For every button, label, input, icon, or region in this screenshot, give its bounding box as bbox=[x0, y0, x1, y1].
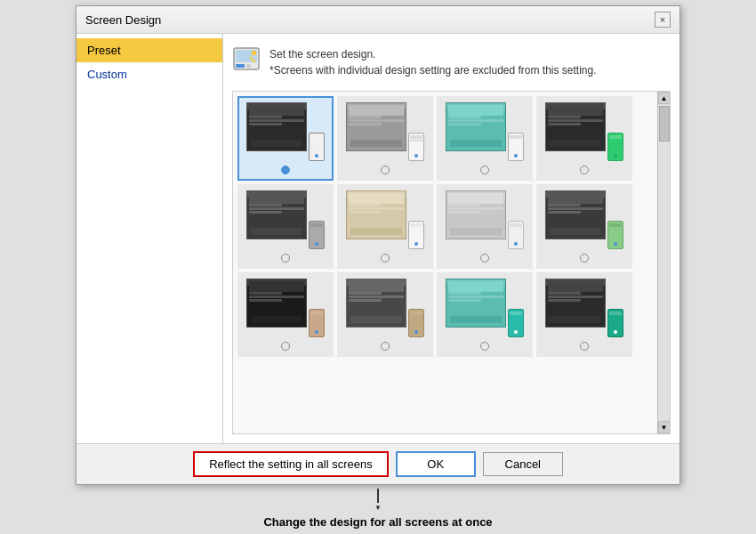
theme-cell-teal-teal[interactable] bbox=[437, 272, 533, 357]
svg-marker-4 bbox=[252, 51, 256, 55]
phone-gw bbox=[408, 133, 424, 161]
cell-indicator-ch bbox=[381, 342, 390, 351]
cell-indicator-tt bbox=[480, 342, 489, 351]
monitor-dag bbox=[246, 190, 307, 239]
theme-cell-charcoal[interactable] bbox=[337, 272, 433, 357]
monitor-tw bbox=[446, 102, 506, 151]
dialog-wrapper: Screen Design × Preset Custom bbox=[76, 5, 680, 529]
theme-cell-beige[interactable] bbox=[337, 184, 433, 269]
scroll-up-button[interactable]: ▲ bbox=[658, 92, 671, 104]
phone-beige bbox=[408, 221, 424, 249]
phone-lg bbox=[508, 221, 524, 249]
phone-dark bbox=[309, 133, 325, 161]
tooltip-arrow bbox=[377, 489, 379, 503]
header-section: Set the screen design. *Screens with ind… bbox=[232, 43, 671, 82]
phone-tt bbox=[508, 309, 524, 337]
cell-indicator-tw bbox=[480, 166, 489, 174]
preview-teal-teal bbox=[446, 279, 524, 339]
title-bar: Screen Design × bbox=[76, 6, 680, 34]
theme-cell-gray-green[interactable] bbox=[536, 184, 632, 269]
sidebar-item-custom[interactable]: Custom bbox=[76, 62, 222, 86]
cell-indicator-gg bbox=[580, 254, 589, 263]
monitor-ch bbox=[346, 279, 406, 328]
sidebar: Preset Custom bbox=[76, 34, 223, 443]
monitor-tt bbox=[446, 279, 506, 328]
scrollbar[interactable]: ▲ ▼ bbox=[657, 92, 670, 433]
preview-gray-white bbox=[346, 102, 424, 163]
cell-indicator-beige bbox=[381, 254, 390, 263]
monitor-lg bbox=[446, 190, 506, 239]
theme-cell-dark[interactable] bbox=[237, 96, 334, 181]
preview-beige bbox=[346, 190, 424, 251]
preview-gray-green bbox=[545, 190, 623, 251]
cell-indicator-vd bbox=[281, 342, 290, 351]
grid-row-1 bbox=[237, 96, 665, 181]
preview-light-gray bbox=[446, 190, 524, 251]
monitor-dg bbox=[545, 102, 606, 151]
phone-dag bbox=[309, 221, 325, 249]
monitor-gg bbox=[545, 190, 606, 239]
tooltip-text: Change the design for all screens at onc… bbox=[263, 515, 492, 529]
cell-indicator-dg bbox=[580, 166, 589, 174]
ok-button[interactable]: OK bbox=[396, 451, 476, 477]
phone-tw bbox=[508, 133, 524, 161]
phone-vd bbox=[309, 309, 325, 337]
preview-teal-white bbox=[446, 102, 524, 163]
grid-row-2 bbox=[237, 184, 665, 269]
cancel-button[interactable]: Cancel bbox=[483, 452, 563, 476]
cell-indicator-dark bbox=[281, 166, 290, 174]
header-description: Set the screen design. *Screens with ind… bbox=[269, 46, 597, 78]
theme-cell-very-dark[interactable] bbox=[237, 272, 334, 357]
scroll-thumb[interactable] bbox=[659, 106, 670, 142]
theme-cell-dark-gray[interactable] bbox=[237, 184, 334, 269]
dialog-title: Screen Design bbox=[85, 13, 161, 27]
screen-design-dialog: Screen Design × Preset Custom bbox=[76, 5, 680, 485]
preview-dark bbox=[246, 102, 325, 163]
preview-charcoal bbox=[346, 279, 424, 339]
dialog-body: Preset Custom bbox=[76, 34, 680, 443]
main-content: Set the screen design. *Screens with ind… bbox=[223, 34, 680, 443]
svg-rect-2 bbox=[236, 64, 245, 68]
reflect-button[interactable]: Reflect the setting in all screens bbox=[193, 451, 389, 477]
close-button[interactable]: × bbox=[655, 12, 671, 28]
cell-indicator-dt2 bbox=[580, 342, 589, 351]
monitor-vd bbox=[246, 279, 307, 328]
theme-cell-teal-white[interactable] bbox=[437, 96, 533, 181]
phone-gg bbox=[607, 221, 623, 249]
grid-row-3 bbox=[237, 272, 665, 357]
cell-indicator-lg bbox=[480, 254, 489, 263]
preview-very-dark bbox=[246, 279, 325, 339]
dialog-footer: Reflect the setting in all screens OK Ca… bbox=[76, 443, 680, 484]
tooltip-wrapper: Change the design for all screens at onc… bbox=[263, 489, 492, 529]
preview-dark-gray bbox=[246, 190, 325, 251]
theme-cell-dark-teal2[interactable] bbox=[536, 272, 632, 357]
design-icon bbox=[232, 46, 261, 75]
theme-grid: ▲ ▼ bbox=[232, 91, 671, 434]
phone-dt2 bbox=[607, 309, 623, 337]
preview-dark-teal2 bbox=[545, 279, 623, 339]
monitor-beige bbox=[346, 190, 406, 239]
theme-cell-light-gray[interactable] bbox=[437, 184, 533, 269]
theme-cell-gray-white[interactable] bbox=[337, 96, 433, 181]
phone-dg bbox=[607, 133, 623, 161]
preview-dark-green bbox=[545, 102, 623, 163]
scroll-down-button[interactable]: ▼ bbox=[658, 421, 671, 433]
sidebar-item-preset[interactable]: Preset bbox=[76, 38, 222, 62]
phone-ch bbox=[408, 309, 424, 337]
monitor-dt2 bbox=[545, 279, 606, 328]
monitor-gw bbox=[346, 102, 406, 151]
svg-rect-3 bbox=[246, 64, 251, 68]
monitor-dark bbox=[246, 102, 307, 151]
theme-cell-dark-green[interactable] bbox=[536, 96, 632, 181]
cell-indicator-gw bbox=[381, 166, 390, 174]
cell-indicator-dag bbox=[281, 254, 290, 263]
